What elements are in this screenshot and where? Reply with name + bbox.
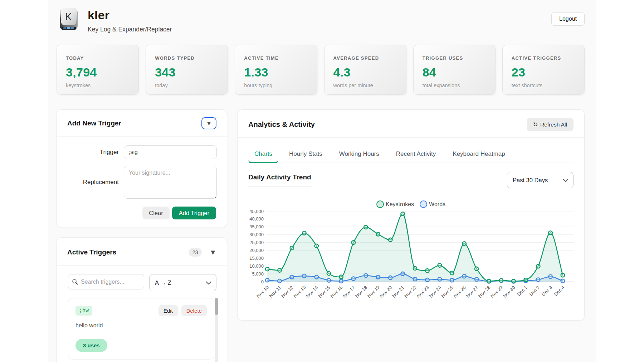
scrollbar-track[interactable] (215, 298, 218, 362)
trigger-item-buttons: Edit Delete (158, 305, 207, 316)
svg-text:5,000: 5,000 (252, 271, 264, 277)
legend-item-keystrokes[interactable]: Keystrokes (376, 200, 414, 208)
svg-text:Nov 25: Nov 25 (440, 285, 455, 299)
svg-text:40,000: 40,000 (249, 216, 264, 222)
app-header: K kler Key Log & Expander/Replacer Logou… (57, 8, 585, 33)
svg-text:Nov 28: Nov 28 (477, 285, 492, 299)
tab-recent-activity[interactable]: Recent Activity (390, 147, 442, 163)
keystrokes-legend-dot (376, 200, 384, 208)
stat-sub: keystrokes (66, 83, 130, 88)
stat-value: 3,794 (66, 65, 130, 79)
stat-sub: words per minute (333, 83, 397, 88)
analytics-tabs: Charts Hourly Stats Working Hours Recent… (248, 147, 574, 163)
brand: K kler Key Log & Expander/Replacer (59, 8, 172, 33)
tab-working-hours[interactable]: Working Hours (333, 147, 385, 163)
keycap-contact-mid (67, 27, 70, 29)
trigger-list-item: ;hw Edit Delete hello world 3 uses (68, 298, 214, 359)
refresh-all-button[interactable]: ↻ Refresh All (527, 118, 574, 131)
tab-keyboard-heatmap[interactable]: Keyboard Heatmap (447, 147, 511, 163)
stat-sub: text shortcuts (512, 83, 575, 88)
search-input[interactable] (68, 274, 144, 289)
scrollbar-thumb[interactable] (215, 298, 218, 315)
logout-button[interactable]: Logout (551, 12, 585, 26)
keycap-contact-right (71, 27, 74, 29)
chart-section-head: Daily Activity Trend Past 30 Days (248, 172, 574, 188)
legend-item-words[interactable]: Words (420, 200, 445, 208)
svg-text:45,000: 45,000 (249, 209, 264, 214)
svg-text:Nov 11: Nov 11 (268, 285, 282, 299)
svg-text:Nov 21: Nov 21 (391, 285, 405, 299)
stat-label: ACTIVE TRIGGERS (512, 55, 575, 61)
analytics-title: Analytics & Activity (248, 120, 315, 129)
svg-text:Nov 16: Nov 16 (330, 285, 344, 299)
add-trigger-card: Add New Trigger ▼ Trigger Replacement Cl… (57, 109, 227, 227)
stat-card-today: TODAY 3,794 keystrokes (57, 45, 139, 95)
add-trigger-collapse-button[interactable]: ▼ (201, 117, 216, 129)
stat-card-trigger-uses: TRIGGER USES 84 total expansions (413, 45, 496, 95)
brand-text: kler Key Log & Expander/Replacer (88, 8, 172, 33)
stat-value: 4.3 (333, 65, 397, 79)
search-icon (72, 279, 78, 285)
svg-text:0: 0 (261, 279, 264, 284)
analytics-header: Analytics & Activity ↻ Refresh All (238, 110, 584, 138)
stat-sub: today (155, 83, 219, 88)
svg-text:Nov 27: Nov 27 (465, 285, 479, 299)
daily-activity-chart: 05,00010,00015,00020,00025,00030,00035,0… (248, 208, 574, 310)
svg-text:Nov 23: Nov 23 (416, 285, 430, 299)
page-container: K kler Key Log & Expander/Replacer Logou… (48, 0, 596, 362)
stat-card-average-speed: AVERAGE SPEED 4.3 words per minute (324, 45, 406, 95)
words-legend-dot (420, 200, 427, 208)
add-trigger-form: Trigger Replacement Clear Add Trigger (57, 137, 227, 227)
stat-value: 343 (155, 65, 219, 79)
trigger-field-label: Trigger (68, 149, 119, 156)
add-trigger-title: Add New Trigger (67, 119, 121, 127)
svg-text:Nov 12: Nov 12 (280, 285, 294, 299)
range-select[interactable]: Past 30 Days (507, 172, 574, 188)
svg-text:Dec 1: Dec 1 (516, 285, 528, 297)
svg-text:Nov 26: Nov 26 (453, 285, 467, 299)
active-triggers-title: Active Triggers (67, 248, 116, 256)
svg-text:15,000: 15,000 (249, 256, 264, 261)
words-legend-label: Words (429, 201, 445, 208)
keystrokes-legend-label: Keystrokes (386, 201, 414, 208)
trigger-pill: ;hw (75, 306, 92, 316)
keycap-logo-icon: K (59, 8, 78, 30)
add-trigger-header: Add New Trigger ▼ (57, 110, 227, 137)
svg-text:Dec 4: Dec 4 (553, 285, 565, 297)
chart-legend: Keystrokes Words (248, 200, 574, 208)
svg-text:Nov 18: Nov 18 (354, 285, 369, 299)
chevron-down-icon (563, 179, 569, 182)
trigger-input[interactable] (124, 145, 217, 159)
stat-label: TRIGGER USES (423, 55, 486, 61)
chevron-down-icon (206, 281, 211, 285)
left-column: Add New Trigger ▼ Trigger Replacement Cl… (57, 109, 227, 362)
trigger-count-badge: 23 (189, 248, 202, 257)
keycap-contact-left (63, 27, 67, 29)
edit-button[interactable]: Edit (158, 305, 178, 316)
svg-text:25,000: 25,000 (249, 240, 264, 245)
active-triggers-header-right: 23 ▼ (189, 248, 216, 257)
svg-text:Nov 10: Nov 10 (255, 285, 270, 299)
chart-title: Daily Activity Trend (248, 173, 311, 187)
stat-sub: total expansions (423, 83, 486, 88)
stat-sub: hours typing (244, 83, 308, 88)
replacement-textarea[interactable] (124, 166, 217, 199)
trigger-filter-row: A → Z (68, 274, 218, 291)
refresh-icon: ↻ (533, 122, 538, 128)
add-trigger-button[interactable]: Add Trigger (172, 207, 216, 219)
delete-button[interactable]: Delete (181, 305, 207, 316)
replacement-field-label: Replacement (68, 179, 119, 186)
trigger-field-row: Trigger (68, 145, 216, 159)
svg-text:Dec 2: Dec 2 (528, 285, 541, 297)
clear-button[interactable]: Clear (142, 207, 169, 219)
tab-hourly-stats[interactable]: Hourly Stats (283, 147, 328, 163)
svg-text:Nov 22: Nov 22 (403, 285, 418, 299)
svg-text:Nov 17: Nov 17 (342, 285, 356, 299)
svg-text:Nov 29: Nov 29 (489, 285, 504, 299)
refresh-label: Refresh All (540, 122, 567, 128)
trigger-item-divider (75, 335, 207, 335)
tab-charts[interactable]: Charts (248, 147, 278, 163)
active-triggers-collapse-icon[interactable]: ▼ (209, 249, 216, 256)
stat-label: ACTIVE TIME (244, 55, 308, 61)
sort-select[interactable]: A → Z (149, 274, 216, 291)
